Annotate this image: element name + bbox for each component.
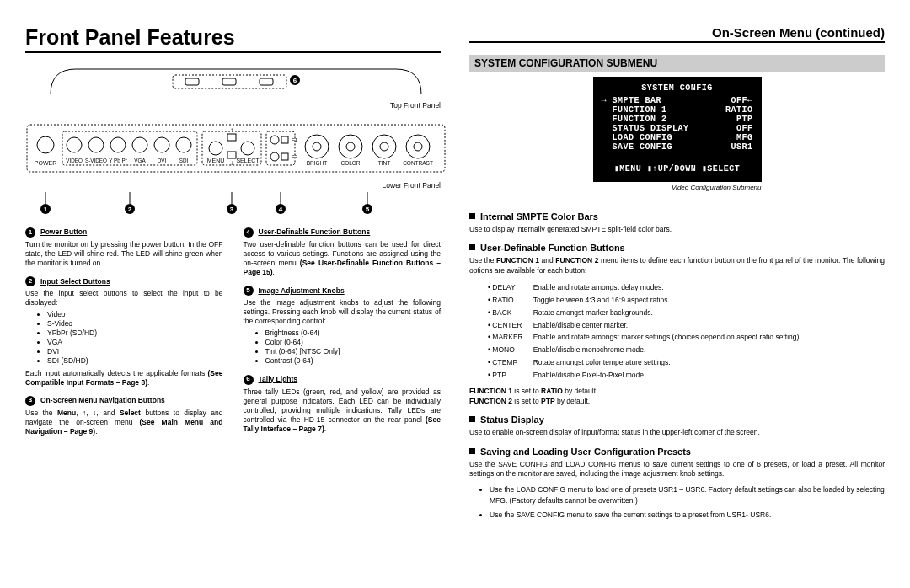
svg-point-46 [414, 142, 422, 151]
rule-r [469, 41, 885, 43]
svg-point-33 [270, 152, 279, 161]
svg-point-5 [37, 136, 54, 153]
svg-text:VIDEO: VIDEO [66, 158, 83, 163]
svg-point-45 [406, 135, 430, 158]
svg-text:↓: ↓ [230, 159, 233, 167]
def-item: 5Image Adjustment Knobs Use the image ad… [244, 286, 442, 366]
svg-point-16 [154, 137, 169, 152]
lower-panel-label: Lower Front Panel [25, 181, 441, 190]
section: Saving and Loading User Configuration Pr… [469, 446, 885, 521]
svg-text:POWER: POWER [35, 160, 56, 166]
svg-text:DVI: DVI [158, 158, 167, 163]
top-panel-label: Top Front Panel [25, 101, 441, 110]
def-item: 6Tally Lights Three tally LEDs (green, r… [244, 375, 442, 434]
svg-text:COLOR: COLOR [340, 160, 360, 166]
def-item: 2Input Select Buttons Use the input sele… [25, 276, 223, 387]
svg-text:TINT: TINT [378, 160, 390, 166]
callout-5: 5 [362, 204, 372, 214]
svg-point-8 [67, 137, 82, 152]
svg-text:S-VIDEO: S-VIDEO [85, 158, 107, 163]
osd-row: FUNCTION 1RATIO [602, 105, 753, 115]
svg-text:SDI: SDI [179, 158, 189, 163]
svg-point-37 [313, 142, 321, 151]
right-column: On-Screen Menu (continued) SYSTEM CONFIG… [469, 25, 885, 526]
svg-rect-0 [173, 75, 286, 88]
svg-point-30 [270, 136, 279, 144]
osd-caption: Video Configuration Submenu [593, 184, 762, 191]
svg-text:Y Pb Pr: Y Pb Pr [109, 158, 127, 163]
osd-row: LOAD CONFIGMFG [602, 133, 753, 142]
svg-rect-31 [281, 136, 288, 143]
svg-text:↑: ↑ [230, 126, 233, 134]
svg-text:SELECT: SELECT [236, 158, 260, 163]
rule [25, 51, 441, 53]
callout-6: 6 [290, 75, 300, 85]
osd-footer: ▮MENU ▮↑UP/DOWN ▮SELECT [602, 163, 753, 174]
svg-rect-23 [228, 134, 236, 141]
def-item: 1Power Button Turn the monitor on by pre… [25, 227, 223, 268]
def-item: 3On-Screen Menu Navigation Buttons Use t… [25, 396, 223, 436]
svg-point-12 [110, 137, 126, 152]
svg-rect-2 [222, 78, 236, 85]
section: Status DisplayUse to enable on-screen di… [469, 414, 885, 437]
def-item: 4User-Definable Function Buttons Two use… [244, 227, 442, 277]
svg-rect-34 [281, 153, 288, 160]
callout-4: 4 [276, 204, 286, 214]
svg-point-10 [88, 137, 104, 152]
svg-text:CONTRAST: CONTRAST [403, 160, 433, 166]
callout-1: 1 [40, 204, 51, 214]
callout-3: 3 [227, 204, 237, 214]
svg-text:F2: F2 [292, 154, 298, 159]
definitions: 1Power Button Turn the monitor on by pre… [25, 227, 441, 443]
section: User-Definable Function ButtonsUse the F… [469, 243, 885, 406]
svg-text:F1: F1 [292, 137, 298, 142]
lower-panel-diagram: POWER VIDEO S-VIDEO Y Pb Pr VGA DVI SDI … [25, 123, 441, 214]
section: Internal SMPTE Color BarsUse to display … [469, 211, 885, 234]
svg-rect-1 [185, 78, 199, 85]
svg-point-43 [380, 142, 388, 151]
svg-text:BRIGHT: BRIGHT [307, 160, 328, 166]
osd-row: → SMPTE BAROFF← [602, 96, 753, 105]
svg-point-14 [132, 137, 147, 152]
svg-point-27 [241, 142, 254, 155]
svg-point-39 [339, 135, 362, 158]
page-title-right: On-Screen Menu (continued) [469, 25, 885, 40]
osd-header: SYSTEM CONFIG [602, 83, 753, 93]
svg-rect-3 [260, 78, 273, 85]
svg-text:MENU: MENU [207, 158, 225, 163]
svg-point-40 [346, 142, 355, 151]
submenu-heading: SYSTEM CONFIGURATION SUBMENU [469, 55, 885, 72]
svg-text:VGA: VGA [134, 158, 146, 163]
osd-row: STATUS DISPLAYOFF [602, 124, 753, 133]
left-column: Front Panel Features 6 Top Front Panel P… [25, 25, 441, 526]
osd-screenshot: SYSTEM CONFIG → SMPTE BAROFF← FUNCTION 1… [593, 77, 762, 182]
svg-point-18 [176, 137, 191, 152]
svg-rect-25 [228, 152, 236, 158]
svg-point-42 [372, 135, 396, 158]
svg-point-36 [305, 135, 329, 158]
osd-row: SAVE CONFIGUSR1 [602, 142, 753, 152]
svg-point-21 [209, 142, 222, 155]
top-panel-diagram: 6 Top Front Panel [25, 65, 441, 110]
osd-row: FUNCTION 2PTP [602, 115, 753, 124]
page-title-left: Front Panel Features [25, 25, 441, 50]
callout-2: 2 [125, 204, 135, 214]
svg-rect-29 [266, 131, 295, 165]
